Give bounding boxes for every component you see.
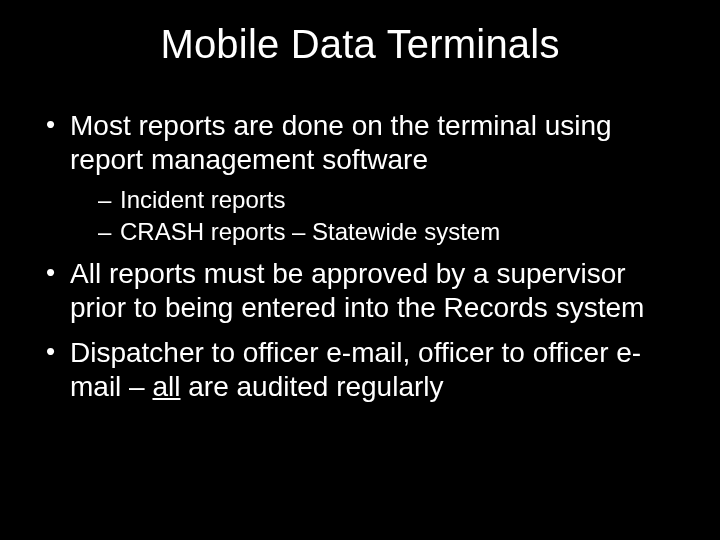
sub-bullet-text: CRASH reports – Statewide system [120, 218, 500, 245]
bullet-text: All reports must be approved by a superv… [70, 258, 644, 323]
bullet-text: Most reports are done on the terminal us… [70, 110, 612, 175]
bullet-text-underline: all [152, 371, 180, 402]
bullet-item: Most reports are done on the terminal us… [40, 109, 680, 247]
sub-bullet-list: Incident reports CRASH reports – Statewi… [70, 185, 680, 247]
slide-title: Mobile Data Terminals [40, 22, 680, 67]
sub-bullet-item: Incident reports [98, 185, 680, 215]
bullet-item: All reports must be approved by a superv… [40, 257, 680, 325]
bullet-text-post: are audited regularly [180, 371, 443, 402]
sub-bullet-text: Incident reports [120, 186, 285, 213]
slide: Mobile Data Terminals Most reports are d… [0, 0, 720, 540]
bullet-item: Dispatcher to officer e-mail, officer to… [40, 336, 680, 404]
sub-bullet-item: CRASH reports – Statewide system [98, 217, 680, 247]
bullet-list: Most reports are done on the terminal us… [40, 109, 680, 404]
